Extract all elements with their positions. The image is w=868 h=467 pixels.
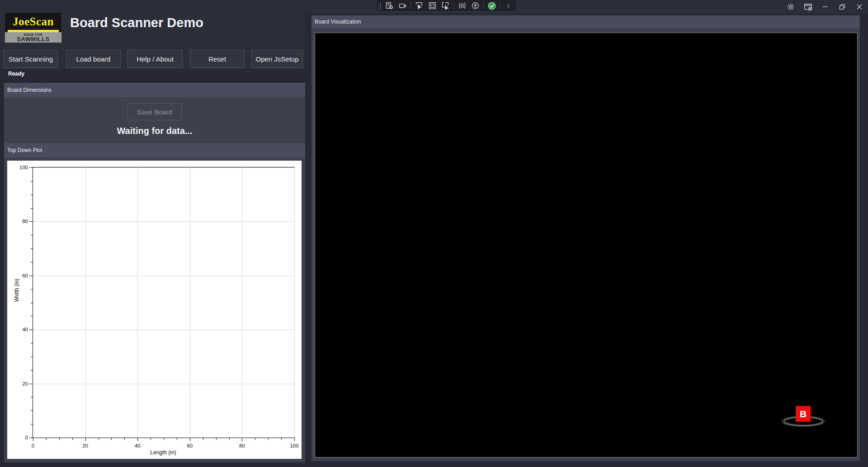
hot-reload-status-icon[interactable] xyxy=(487,1,497,10)
x-tick-minor xyxy=(72,438,73,440)
y-tick-label: 100 xyxy=(19,165,28,170)
x-tick-minor xyxy=(151,438,151,440)
restore-icon[interactable] xyxy=(834,0,851,14)
y-tick-label: 60 xyxy=(22,273,28,278)
board-scanner-window: JoeScan MADE FOR SAWMILLS Board Scanner … xyxy=(0,0,868,467)
status-text: Ready xyxy=(8,71,24,77)
y-tick-major xyxy=(29,276,33,276)
y-tick-major xyxy=(29,329,33,330)
y-tick-minor xyxy=(31,262,33,262)
logo-name: JoeScan xyxy=(13,16,54,27)
window-controls xyxy=(782,0,868,14)
x-tick-minor xyxy=(216,438,217,440)
screenshot-camera-icon[interactable] xyxy=(397,1,407,10)
y-tick-label: 80 xyxy=(22,219,28,224)
gridline-y xyxy=(33,329,294,330)
x-tick-minor xyxy=(46,438,47,440)
gridline-x xyxy=(294,167,295,438)
close-icon[interactable] xyxy=(851,0,868,14)
x-tick-minor xyxy=(203,438,203,440)
board-visualization-label: Board Visualization xyxy=(315,19,361,25)
x-tick-label: 80 xyxy=(239,443,245,448)
x-tick-major xyxy=(242,438,242,441)
start-scanning-button[interactable]: Start Scanning xyxy=(4,50,58,68)
x-tick-minor xyxy=(99,438,99,440)
layout-adorners-icon[interactable] xyxy=(427,1,437,10)
top-down-plot-label: Top Down Plot xyxy=(7,147,42,153)
y-tick-minor xyxy=(31,316,33,316)
window-settings-icon[interactable] xyxy=(799,0,816,14)
debug-toolbar xyxy=(376,0,517,12)
toolbar-separator xyxy=(483,2,484,9)
grip-handle[interactable] xyxy=(377,2,381,10)
x-tick-label: 100 xyxy=(290,443,298,448)
x-tick-minor xyxy=(281,438,282,440)
board-visualization-body: B xyxy=(311,28,860,461)
top-down-plot-body: 020406080100020406080100 Length (in) Wid… xyxy=(4,157,305,462)
y-tick-minor xyxy=(31,357,33,357)
x-tick-minor xyxy=(255,438,255,440)
live-visual-tree-icon[interactable] xyxy=(384,1,394,10)
joescan-logo: JoeScan MADE FOR SAWMILLS xyxy=(5,12,62,43)
y-tick-label: 40 xyxy=(22,327,28,332)
x-tick-minor xyxy=(229,438,230,440)
top-down-chart: 020406080100020406080100 Length (in) Wid… xyxy=(7,161,302,459)
x-tick-minor xyxy=(124,438,125,440)
gridline-x xyxy=(242,167,242,438)
board-dimensions-header: Board Dimensions xyxy=(4,83,305,97)
y-tick-minor xyxy=(31,208,33,209)
y-tick-minor xyxy=(31,410,33,411)
page-title: Board Scanner Demo xyxy=(70,15,203,30)
x-tick-label: 0 xyxy=(32,443,34,448)
y-tick-minor xyxy=(31,397,33,397)
y-tick-minor xyxy=(31,343,33,343)
y-tick-minor xyxy=(31,424,33,424)
y-tick-major xyxy=(29,384,33,384)
save-board-button[interactable]: Save Board xyxy=(127,103,182,120)
waiting-for-data-text: Waiting for data... xyxy=(4,126,305,136)
x-tick-major xyxy=(190,438,190,441)
x-tick-minor xyxy=(268,438,269,440)
x-tick-major xyxy=(294,438,295,441)
gridline-y xyxy=(33,221,294,222)
toolbar-separator xyxy=(453,2,454,9)
x-tick-minor xyxy=(164,438,164,440)
board-dimensions-body: Save Board Waiting for data... xyxy=(4,97,305,143)
x-tick-label: 40 xyxy=(135,443,141,448)
collapse-chevron-icon[interactable] xyxy=(504,1,514,10)
x-tick-minor xyxy=(177,438,177,440)
y-tick-minor xyxy=(31,370,33,371)
3d-viewport[interactable]: B xyxy=(315,33,858,457)
y-tick-major xyxy=(29,167,33,168)
y-tick-major xyxy=(29,438,33,438)
load-board-button[interactable]: Load board xyxy=(66,50,121,68)
x-axis-title: Length (in) xyxy=(33,449,294,456)
y-tick-label: 0 xyxy=(25,435,28,440)
enable-selection-icon[interactable] xyxy=(414,1,424,10)
y-tick-major xyxy=(29,221,33,222)
y-tick-minor xyxy=(31,303,33,303)
open-jssetup-button[interactable]: Open JsSetup xyxy=(251,50,303,68)
y-tick-label: 20 xyxy=(22,381,28,386)
help-about-button[interactable]: Help / About xyxy=(127,50,183,68)
gridline-y xyxy=(33,384,294,384)
x-tick-label: 20 xyxy=(82,443,88,448)
y-axis-title: Width (in) xyxy=(14,279,20,302)
y-tick-minor xyxy=(31,195,33,195)
gridline-y xyxy=(33,276,294,276)
minimize-icon[interactable] xyxy=(816,0,834,14)
reset-button[interactable]: Reset xyxy=(190,50,245,68)
accessibility-checker-icon[interactable] xyxy=(470,1,480,10)
x-tick-major xyxy=(33,438,33,441)
track-focused-element-icon[interactable] xyxy=(440,1,450,10)
plot-area: 020406080100020406080100 xyxy=(33,167,295,438)
y-tick-minor xyxy=(31,181,33,181)
toolbar-separator xyxy=(410,2,411,9)
hot-reload-icon[interactable] xyxy=(457,1,467,10)
x-tick-minor xyxy=(59,438,60,440)
x-tick-label: 60 xyxy=(187,443,193,448)
settings-gear-icon[interactable] xyxy=(782,0,799,14)
gridline-x xyxy=(85,167,86,438)
toolbar-separator xyxy=(500,2,500,9)
logo-sawmills: SAWMILLS xyxy=(17,36,50,42)
